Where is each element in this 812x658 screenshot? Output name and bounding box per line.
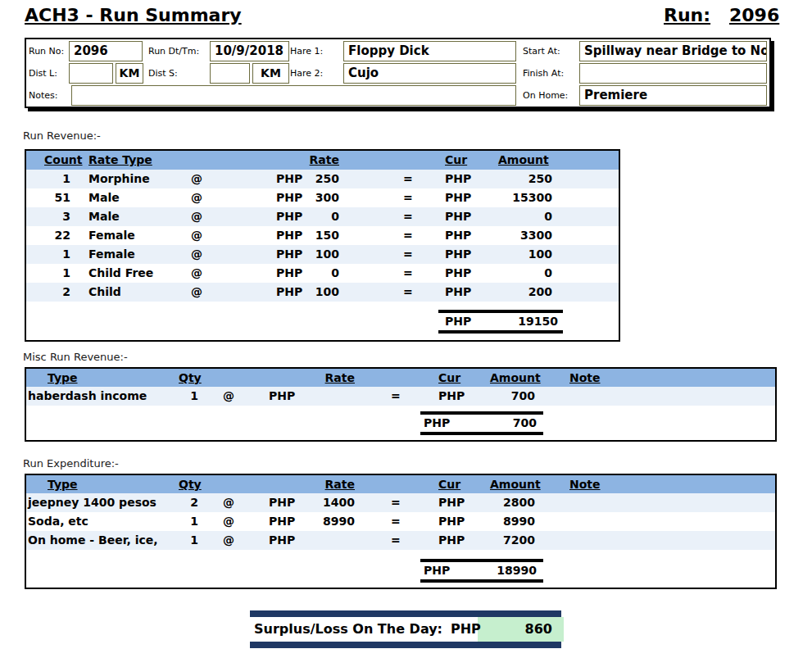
total-amount: 700 [420,415,537,432]
dist-l-field[interactable] [69,63,113,84]
col-header-note: Note [569,369,601,388]
qty-cell: 1 [161,531,198,550]
run-dt-label: Run Dt/Tm: [148,41,199,61]
surplus-label: Surplus/Loss On The Day: [254,617,442,642]
run-details-box: Run No: 2096 Run Dt/Tm: 10/9/2018 Hare 1… [25,38,771,108]
amount-currency-cell: PHP [438,493,465,512]
hare1-field[interactable]: Floppy Dick [343,41,516,61]
amount-cell: 0 [483,264,552,283]
rate-type-cell: Child Free [88,264,153,283]
rate-currency-cell: PHP [269,493,295,512]
table-row: Soda, etc 1 @ PHP 8990 = PHP 8990 [26,512,775,531]
amount-currency-cell: PHP [445,170,471,188]
run-revenue-table: Count Rate Type Rate Cur Amount 1 Morphi… [25,149,620,342]
amount-cell: 2800 [467,493,535,512]
start-at-label: Start At: [523,41,560,61]
col-header-type: Type [48,475,78,494]
finish-at-field[interactable] [579,63,767,84]
run-revenue-table-header: Count Rate Type Rate Cur Amount [26,151,619,170]
rate-cell: 150 [279,226,339,245]
rate-type-cell: Child [88,283,121,302]
col-header-count: Count [44,151,83,170]
on-home-field[interactable]: Premiere [579,85,767,106]
run-revenue-total: PHP 19150 [438,310,563,334]
amount-cell: 7200 [467,531,535,550]
qty-cell: 1 [161,512,198,531]
amount-cell: 0 [483,207,552,226]
table-row: 22 Female @ PHP 150 = PHP 3300 [26,226,619,245]
misc-revenue-section-label: Misc Run Revenue:- [23,351,128,363]
table-row: 51 Male @ PHP 300 = PHP 15300 [26,188,619,207]
rate-cell: 100 [279,283,339,302]
equals-symbol: = [403,264,413,283]
equals-symbol: = [403,188,413,207]
equals-symbol: = [391,512,401,531]
misc-revenue-table-header: Type Qty Rate Cur Amount Note [26,369,775,387]
amount-cell: 700 [467,387,535,406]
col-header-cur: Cur [438,475,460,494]
at-symbol: @ [223,531,234,550]
rate-cell: 0 [279,207,339,226]
type-cell: On home - Beer, ice, [28,531,158,550]
run-no-field[interactable]: 2096 [69,41,143,61]
amount-cell: 250 [483,170,552,188]
dist-s-field[interactable] [210,63,250,84]
table-row: On home - Beer, ice, 1 @ PHP = PHP 7200 [26,531,775,550]
count-cell: 51 [33,188,70,207]
rate-type-cell: Male [88,188,120,207]
amount-currency-cell: PHP [445,264,471,283]
amount-currency-cell: PHP [445,226,471,245]
count-cell: 1 [33,264,70,283]
misc-revenue-table: Type Qty Rate Cur Amount Note haberdash … [25,367,777,442]
equals-symbol: = [403,245,413,264]
rate-cell: 0 [279,264,339,283]
table-row: jeepney 1400 pesos 2 @ PHP 1400 = PHP 28… [26,493,775,512]
run-no-label: Run No: [29,41,64,61]
notes-label: Notes: [29,85,57,106]
finish-at-label: Finish At: [523,63,564,84]
at-symbol: @ [191,245,202,264]
col-header-note: Note [569,475,601,494]
rate-cell: 8990 [295,512,355,531]
hare1-label: Hare 1: [290,41,323,61]
qty-cell: 2 [161,493,198,512]
amount-cell: 8990 [467,512,535,531]
total-amount: 18990 [420,562,537,579]
at-symbol: @ [191,264,202,283]
amount-currency-cell: PHP [445,245,471,264]
col-header-cur: Cur [445,151,467,170]
count-cell: 3 [33,207,70,226]
rate-type-cell: Female [88,245,135,264]
at-symbol: @ [191,170,202,188]
surplus-amount: 860 [478,617,552,642]
col-header-qty: Qty [179,369,202,388]
equals-symbol: = [391,531,401,550]
rate-currency-cell: PHP [269,387,295,406]
table-row: haberdash income 1 @ PHP = PHP 700 [26,387,775,406]
at-symbol: @ [191,188,202,207]
start-at-field[interactable]: Spillway near Bridge to No [579,41,767,61]
col-header-amount: Amount [490,369,541,388]
amount-currency-cell: PHP [445,188,471,207]
col-header-amount: Amount [490,475,541,494]
table-row: 1 Female @ PHP 100 = PHP 100 [26,245,619,264]
rate-cell: 300 [279,188,339,207]
expenditure-table: Type Qty Rate Cur Amount Note jeepney 14… [25,474,777,589]
hare2-label: Hare 2: [290,63,323,84]
dist-s-unit: KM [252,63,289,84]
amount-cell: 3300 [483,226,552,245]
type-cell: jeepney 1400 pesos [28,493,157,512]
notes-field[interactable] [71,85,516,106]
hare2-field[interactable]: Cujo [343,63,516,84]
col-header-cur: Cur [438,369,460,388]
surplus-bottom-bar [250,642,561,648]
run-dt-field[interactable]: 10/9/2018 [210,41,289,61]
rate-type-cell: Morphine [88,170,150,188]
col-header-rate: Rate [295,475,355,494]
at-symbol: @ [191,207,202,226]
count-cell: 22 [33,226,70,245]
expenditure-section-label: Run Expenditure:- [23,457,119,470]
dist-l-unit: KM [116,63,143,84]
amount-cell: 15300 [483,188,552,207]
rate-currency-cell: PHP [269,512,295,531]
